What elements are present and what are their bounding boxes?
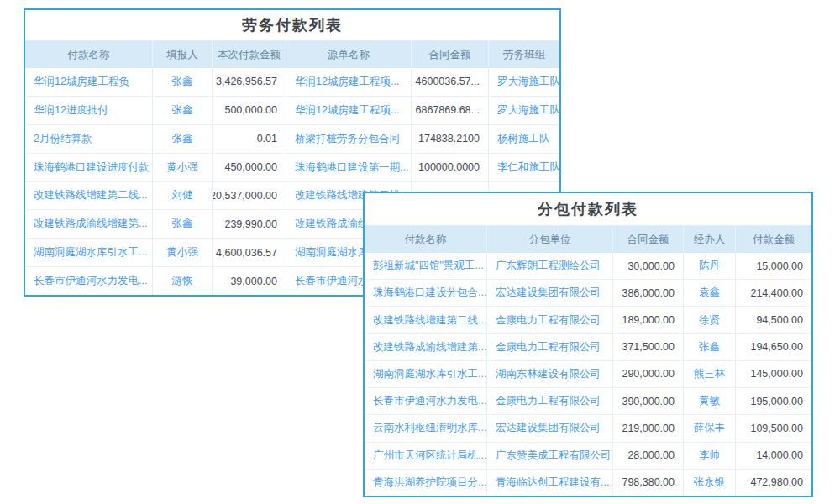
column-header-labor-team: 劳务班组 — [489, 41, 559, 68]
payment-name-cell[interactable]: 改建铁路成渝线增建第... — [25, 210, 153, 238]
payment-amount-cell: 15,000.00 — [736, 253, 811, 279]
table-row[interactable]: 珠海鹤港口建设分包合...宏达建设集团有限公司386,000.00袁鑫214,4… — [365, 279, 811, 306]
reporter-cell[interactable]: 张鑫 — [153, 97, 213, 124]
payment-name-cell[interactable]: 长春市伊通河水力发电... — [365, 388, 487, 414]
subcontract-unit-cell[interactable]: 广东赞美成工程有限公司 — [487, 443, 613, 469]
payment-name-cell[interactable]: 2月份结算款 — [25, 125, 153, 153]
payment-name-cell[interactable]: 华润12进度批付 — [25, 97, 153, 124]
contract-amount-cell: 100000.0000 — [412, 154, 489, 181]
payment-name-cell[interactable]: 改建铁路成渝线增建第... — [365, 334, 487, 360]
labor-team-cell[interactable]: 杨树施工队 — [489, 125, 559, 153]
handler-cell[interactable]: 薛保丰 — [684, 415, 736, 441]
subcontract-unit-cell[interactable]: 湖南东林建设有限公司 — [487, 361, 613, 387]
contract-amount-cell: 390,000.00 — [613, 388, 684, 414]
source-doc-name-cell[interactable]: 华润12城房建工程项... — [286, 97, 412, 124]
payment-amount-cell: 14,000.00 — [736, 443, 811, 469]
current-payment-amount-cell: 39,000.00 — [213, 267, 286, 295]
table-row[interactable]: 长春市伊通河水力发电...金康电力工程有限公司390,000.00黄敏195,0… — [365, 387, 811, 414]
handler-cell[interactable]: 陈丹 — [684, 253, 736, 279]
payment-name-cell[interactable]: 改建铁路线增建第二线... — [25, 182, 153, 210]
reporter-cell[interactable]: 黄小强 — [153, 154, 213, 181]
handler-cell[interactable]: 张永银 — [684, 470, 736, 496]
current-payment-amount-cell: 239,990.00 — [213, 210, 286, 238]
payment-amount-cell: 194,650.00 — [736, 334, 811, 360]
handler-cell[interactable]: 熊三林 — [684, 361, 736, 387]
labor-team-cell[interactable]: 罗大海施工队 — [489, 68, 559, 96]
payment-name-cell[interactable]: 湖南洞庭湖水库引水工... — [25, 239, 153, 266]
table-row[interactable]: 改建铁路成渝线增建第...金康电力工程有限公司371,500.00张鑫194,6… — [365, 333, 811, 360]
subcontract-unit-cell[interactable]: 广东辉朗工程测绘公司 — [487, 253, 613, 279]
subcontract-table-title: 分包付款列表 — [365, 193, 811, 225]
source-doc-name-cell[interactable]: 桥梁打桩劳务分包合同 — [286, 125, 412, 153]
payment-amount-cell: 145,000.00 — [736, 361, 811, 387]
handler-cell[interactable]: 袁鑫 — [684, 280, 736, 306]
reporter-cell[interactable]: 张鑫 — [153, 68, 213, 96]
subcontract-unit-cell[interactable]: 金康电力工程有限公司 — [487, 388, 613, 414]
table-row[interactable]: 彭祖新城"四馆"景观工...广东辉朗工程测绘公司30,000.00陈丹15,00… — [365, 253, 811, 279]
contract-amount-cell: 174838.2100 — [412, 125, 489, 153]
payment-name-cell[interactable]: 改建铁路线增建第二线... — [365, 307, 487, 333]
handler-cell[interactable]: 徐贤 — [684, 307, 736, 333]
payment-name-cell[interactable]: 湖南洞庭湖水库引水工... — [365, 361, 487, 387]
payment-amount-cell: 472,980.00 — [736, 470, 811, 496]
column-header-payment-name: 付款名称 — [25, 41, 153, 68]
table-row[interactable]: 湖南洞庭湖水库引水工...湖南东林建设有限公司290,000.00熊三林145,… — [365, 360, 811, 387]
subcontract-unit-cell[interactable]: 金康电力工程有限公司 — [487, 307, 613, 333]
reporter-cell[interactable]: 游恢 — [153, 267, 213, 295]
table-row[interactable]: 华润12城房建工程负张鑫3,426,956.57华润12城房建工程项...460… — [25, 68, 559, 96]
table-row[interactable]: 华润12进度批付张鑫500,000.00华润12城房建工程项...6867869… — [25, 96, 559, 124]
source-doc-name-cell[interactable]: 珠海鹤港口建设第一期... — [286, 154, 412, 181]
current-payment-amount-cell: 450,000.00 — [213, 154, 286, 181]
column-header-contract-amount: 合同金额 — [412, 41, 489, 68]
reporter-cell[interactable]: 刘健 — [153, 182, 213, 210]
payment-name-cell[interactable]: 华润12城房建工程负 — [25, 68, 153, 96]
current-payment-amount-cell: 0.01 — [213, 125, 286, 153]
payment-name-cell[interactable]: 云南水利枢纽潜明水库... — [365, 415, 487, 441]
contract-amount-cell: 6867869.68... — [412, 97, 489, 124]
payment-name-cell[interactable]: 珠海鹤港口建设进度付款 — [25, 154, 153, 181]
labor-team-cell[interactable]: 罗大海施工队 — [489, 97, 559, 124]
payment-name-cell[interactable]: 长春市伊通河水力发电... — [25, 267, 153, 295]
contract-amount-cell: 28,000.00 — [613, 443, 684, 469]
payment-name-cell[interactable]: 青海洪湖养护院项目分... — [365, 470, 487, 496]
subcontract-unit-cell[interactable]: 青海临达创工程建设有... — [487, 470, 613, 496]
table-row[interactable]: 云南水利枢纽潜明水库...宏达建设集团有限公司219,000.00薛保丰109,… — [365, 414, 811, 441]
table-row[interactable]: 珠海鹤港口建设进度付款黄小强450,000.00珠海鹤港口建设第一期...100… — [25, 153, 559, 181]
reporter-cell[interactable]: 张鑫 — [153, 210, 213, 238]
handler-cell[interactable]: 黄敏 — [684, 388, 736, 414]
contract-amount-cell: 290,000.00 — [613, 361, 684, 387]
column-header-subcontract-unit: 分包单位 — [487, 226, 613, 253]
contract-amount-cell: 4600036.57... — [412, 68, 489, 96]
reporter-cell[interactable]: 黄小强 — [153, 239, 213, 266]
subcontract-unit-cell[interactable]: 宏达建设集团有限公司 — [487, 415, 613, 441]
payment-name-cell[interactable]: 珠海鹤港口建设分包合... — [365, 280, 487, 306]
payment-amount-cell: 214,400.00 — [736, 280, 811, 306]
labor-table-title: 劳务付款列表 — [25, 10, 559, 40]
subcontract-payment-table: 分包付款列表 付款名称分包单位合同金额经办人付款金额 彭祖新城"四馆"景观工..… — [363, 192, 813, 497]
table-row[interactable]: 青海洪湖养护院项目分...青海临达创工程建设有...798,380.00张永银4… — [365, 469, 811, 496]
handler-cell[interactable]: 张鑫 — [684, 334, 736, 360]
table-row[interactable]: 改建铁路线增建第二线...金康电力工程有限公司189,000.00徐贤94,50… — [365, 306, 811, 333]
payment-name-cell[interactable]: 彭祖新城"四馆"景观工... — [365, 253, 487, 279]
column-header-payment-amount: 付款金额 — [736, 226, 811, 253]
subcontract-unit-cell[interactable]: 宏达建设集团有限公司 — [487, 280, 613, 306]
handler-cell[interactable]: 李帅 — [684, 443, 736, 469]
column-header-reporter: 填报人 — [153, 41, 213, 68]
payment-amount-cell: 94,500.00 — [736, 307, 811, 333]
contract-amount-cell: 30,000.00 — [613, 253, 684, 279]
contract-amount-cell: 371,500.00 — [613, 334, 684, 360]
reporter-cell[interactable]: 张鑫 — [153, 125, 213, 153]
payment-amount-cell: 109,500.00 — [736, 415, 811, 441]
labor-team-cell[interactable]: 李仁和施工队 — [489, 154, 559, 181]
contract-amount-cell: 189,000.00 — [613, 307, 684, 333]
current-payment-amount-cell: 20,537,000.00 — [213, 182, 286, 210]
column-header-payment-name: 付款名称 — [365, 226, 487, 253]
payment-name-cell[interactable]: 广州市天河区统计局机... — [365, 443, 487, 469]
table-row[interactable]: 广州市天河区统计局机...广东赞美成工程有限公司28,000.00李帅14,00… — [365, 442, 811, 469]
contract-amount-cell: 219,000.00 — [613, 415, 684, 441]
source-doc-name-cell[interactable]: 华润12城房建工程项... — [286, 68, 412, 96]
column-header-contract-amount: 合同金额 — [613, 226, 684, 253]
column-header-current-payment-amount: 本次付款金额 — [213, 41, 286, 68]
table-row[interactable]: 2月份结算款张鑫0.01桥梁打桩劳务分包合同174838.2100杨树施工队 — [25, 124, 559, 153]
subcontract-unit-cell[interactable]: 金康电力工程有限公司 — [487, 334, 613, 360]
